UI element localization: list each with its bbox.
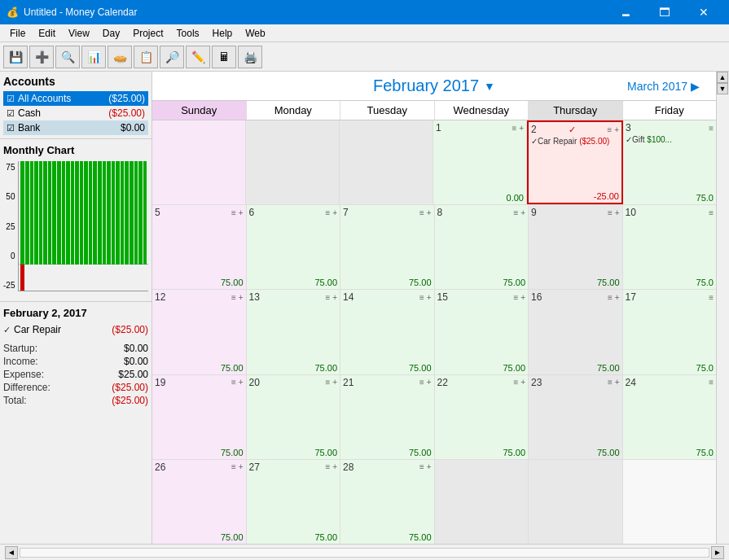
cell-balance-24: 75.0 xyxy=(626,448,714,457)
cal-cell-12[interactable]: 12 ≡ + 75.00 xyxy=(152,290,247,374)
cal-cell-feb-3[interactable]: 3 ≡ ✓Gift $100... 75.0 xyxy=(623,120,716,204)
cal-cell-15[interactable]: 15 ≡ + 75.00 xyxy=(435,290,529,374)
save-button[interactable]: 💾 xyxy=(3,46,28,68)
cell-balance-1: 0.00 xyxy=(436,193,524,203)
bar-26 xyxy=(134,161,138,265)
cal-cell-7[interactable]: 7 ≡ + 75.00 xyxy=(340,205,435,289)
cal-cell-empty-fri[interactable] xyxy=(529,460,623,544)
cal-cell-17[interactable]: 17 ≡ 75.0 xyxy=(623,290,717,374)
scroll-down-button[interactable]: ▼ xyxy=(717,83,728,94)
search-button[interactable]: 🔍 xyxy=(55,46,80,68)
chart-button[interactable]: 📊 xyxy=(81,46,106,68)
main-layout: Accounts ☑ All Accounts ($25.00) ☑ Cash … xyxy=(0,72,729,544)
cal-cell-27[interactable]: 27 ≡ + 75.00 xyxy=(247,460,341,544)
cal-cell-empty-2[interactable] xyxy=(246,120,340,204)
y-label-0: 0 xyxy=(11,252,15,260)
edit-button[interactable]: ✏️ xyxy=(186,46,210,68)
cal-cell-feb-2[interactable]: 2 ✓ ≡ + ✓Car Repair ($25.00) -25.00 xyxy=(527,120,623,204)
menu-file[interactable]: File xyxy=(3,26,32,41)
account-row-all[interactable]: ☑ All Accounts ($25.00) xyxy=(3,91,148,106)
month-dropdown-button[interactable]: ▼ xyxy=(484,80,495,93)
cell-icons-21: ≡ + xyxy=(419,378,431,387)
cell-header-17: 17 ≡ xyxy=(626,291,714,303)
scroll-up-button[interactable]: ▲ xyxy=(717,72,728,83)
cal-cell-empty-thu[interactable] xyxy=(435,460,529,544)
day-name-monday: Monday xyxy=(247,101,341,120)
menu-edit[interactable]: Edit xyxy=(32,26,62,41)
cell-balance-17: 75.0 xyxy=(626,363,714,373)
cal-cell-22[interactable]: 22 ≡ + 75.00 xyxy=(435,375,529,459)
cell-date-21: 21 xyxy=(343,377,354,388)
cell-date-2: 2 xyxy=(531,124,537,135)
bar-8 xyxy=(52,161,56,265)
cell-icons-20: ≡ + xyxy=(326,378,337,387)
cal-cell-8[interactable]: 8 ≡ + 75.00 xyxy=(435,205,529,289)
scroll-track-horizontal[interactable] xyxy=(20,548,709,558)
clipboard-button[interactable]: 📋 xyxy=(134,46,158,68)
stat-row-income: Income: $0.00 xyxy=(3,355,148,368)
cal-cell-feb-1[interactable]: 1 ≡ + 0.00 xyxy=(433,120,527,204)
stat-row-total: Total: ($25.00) xyxy=(3,394,148,407)
tx-check-2: ✓ xyxy=(531,137,538,146)
cal-cell-16[interactable]: 16 ≡ + 75.00 xyxy=(529,290,623,374)
close-button[interactable]: ✕ xyxy=(685,0,722,24)
new-button[interactable]: ➕ xyxy=(29,46,54,68)
menu-tools[interactable]: Tools xyxy=(170,26,206,41)
scroll-left-button[interactable]: ◄ xyxy=(5,546,18,559)
cal-cell-empty-last[interactable] xyxy=(623,460,717,544)
minimize-button[interactable]: 🗕 xyxy=(607,0,644,24)
title-bar-left: 💰 Untitled - Money Calendar xyxy=(7,7,137,18)
cal-cell-20[interactable]: 20 ≡ + 75.00 xyxy=(247,375,341,459)
cal-cell-26[interactable]: 26 ≡ + 75.00 xyxy=(152,460,247,544)
cell-date-22: 22 xyxy=(437,377,448,388)
cal-cell-10[interactable]: 10 ≡ 75.0 xyxy=(623,205,717,289)
scroll-right-button[interactable]: ► xyxy=(711,546,724,559)
day-name-thursday: Thursday xyxy=(529,101,623,120)
cell-icons-16: ≡ + xyxy=(608,293,619,302)
next-month-button[interactable]: March 2017 ▶ xyxy=(627,80,700,93)
calendar-scrollbar[interactable]: ▲ ▼ xyxy=(716,72,729,544)
cell-balance-28: 75.00 xyxy=(343,532,432,542)
cell-icons-14: ≡ + xyxy=(419,293,431,302)
cal-cell-28[interactable]: 28 ≡ + 75.00 xyxy=(340,460,435,544)
zoom-button[interactable]: 🔎 xyxy=(160,46,184,68)
day-info-title: February 2, 2017 xyxy=(3,307,148,319)
cal-cell-6[interactable]: 6 ≡ + 75.00 xyxy=(247,205,341,289)
cell-icons-26: ≡ + xyxy=(231,462,243,471)
stat-label-expense: Expense: xyxy=(3,369,44,380)
cell-icons-7: ≡ + xyxy=(419,208,431,217)
cal-cell-24[interactable]: 24 ≡ 75.0 xyxy=(623,375,717,459)
print-button[interactable]: 🖨️ xyxy=(238,46,262,68)
bar-23 xyxy=(121,161,125,265)
menu-project[interactable]: Project xyxy=(126,26,169,41)
cell-date-9: 9 xyxy=(531,207,537,218)
cell-header-15: 15 ≡ + xyxy=(437,291,526,303)
stat-row-startup: Startup: $0.00 xyxy=(3,342,148,355)
menu-view[interactable]: View xyxy=(62,26,96,41)
cal-cell-21[interactable]: 21 ≡ + 75.00 xyxy=(340,375,435,459)
cal-cell-23[interactable]: 23 ≡ + 75.00 xyxy=(529,375,623,459)
account-row-cash[interactable]: ☑ Cash ($25.00) xyxy=(3,106,148,120)
cal-cell-empty-1[interactable] xyxy=(152,120,246,204)
toolbar: 💾 ➕ 🔍 📊 🥧 📋 🔎 ✏️ 🖩 🖨️ xyxy=(0,42,729,72)
stat-row-difference: Difference: ($25.00) xyxy=(3,381,148,394)
cal-cell-13[interactable]: 13 ≡ + 75.00 xyxy=(247,290,341,374)
pie-button[interactable]: 🥧 xyxy=(108,46,132,68)
cal-cell-9[interactable]: 9 ≡ + 75.00 xyxy=(529,205,623,289)
cal-cell-5[interactable]: 5 ≡ + 75.00 xyxy=(152,205,247,289)
menu-help[interactable]: Help xyxy=(206,26,239,41)
calendar-week-4: 19 ≡ + 75.00 20 ≡ + 75.00 xyxy=(152,375,716,460)
cal-cell-empty-3[interactable] xyxy=(340,120,433,204)
maximize-button[interactable]: 🗖 xyxy=(646,0,683,24)
bar-13 xyxy=(75,161,79,265)
cal-cell-19[interactable]: 19 ≡ + 75.00 xyxy=(152,375,247,459)
cal-cell-14[interactable]: 14 ≡ + 75.00 xyxy=(340,290,435,374)
menu-day[interactable]: Day xyxy=(96,26,126,41)
calc-button[interactable]: 🖩 xyxy=(212,46,236,68)
cell-date-13: 13 xyxy=(249,291,260,303)
cell-icons-6: ≡ + xyxy=(326,208,337,217)
cell-icons-8: ≡ + xyxy=(514,208,525,217)
account-row-bank[interactable]: ☑ Bank $0.00 xyxy=(3,120,148,135)
menu-web[interactable]: Web xyxy=(239,26,271,41)
account-name-all: All Accounts xyxy=(18,93,105,104)
